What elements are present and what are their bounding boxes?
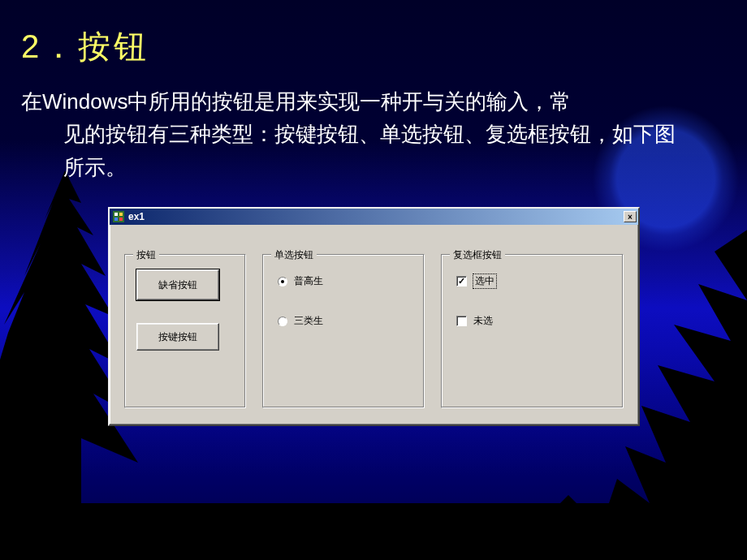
checkbox-option-1[interactable]: 选中 bbox=[456, 274, 608, 288]
app-icon bbox=[112, 210, 125, 223]
example-window: ex1 × 按钮 缺省按钮 按键按钮 单选按钮 普高生 bbox=[108, 207, 640, 426]
radio-icon bbox=[278, 277, 287, 286]
window-title-text: ex1 bbox=[128, 211, 145, 222]
close-icon: × bbox=[628, 213, 633, 222]
svg-rect-3 bbox=[114, 218, 118, 221]
paragraph-line1: 在Windows中所用的按钮是用来实现一种开与关的输入，常 bbox=[21, 89, 571, 114]
window-client-area: 按钮 缺省按钮 按键按钮 单选按钮 普高生 三类生 bbox=[110, 225, 638, 423]
groupbox-checkbox: 复选框按钮 选中 未选 bbox=[441, 254, 624, 408]
window-titlebar[interactable]: ex1 × bbox=[110, 209, 638, 225]
push-button-label: 按键按钮 bbox=[158, 330, 197, 344]
radio-option-1[interactable]: 普高生 bbox=[278, 274, 409, 288]
default-button-label: 缺省按钮 bbox=[158, 278, 197, 292]
default-button[interactable]: 缺省按钮 bbox=[136, 269, 219, 300]
groupbox-radio: 单选按钮 普高生 三类生 bbox=[262, 254, 425, 408]
close-button[interactable]: × bbox=[624, 211, 637, 222]
paragraph-line2: 见的按钮有三种类型：按键按钮、单选按钮、复选框按钮，如下图所示。 bbox=[21, 118, 687, 183]
groupbox-checkbox-legend: 复选框按钮 bbox=[450, 248, 505, 262]
radio-option-2[interactable]: 三类生 bbox=[278, 314, 409, 328]
groupbox-buttons-legend: 按钮 bbox=[133, 248, 159, 262]
svg-rect-1 bbox=[114, 213, 118, 216]
slide-paragraph: 在Windows中所用的按钮是用来实现一种开与关的输入，常 见的按钮有三种类型：… bbox=[21, 85, 687, 183]
groupbox-radio-legend: 单选按钮 bbox=[271, 248, 317, 262]
slide-title: 2．按钮 bbox=[21, 24, 726, 69]
radio-label: 三类生 bbox=[294, 314, 323, 328]
push-button[interactable]: 按键按钮 bbox=[136, 323, 219, 351]
radio-icon bbox=[278, 317, 287, 326]
checkbox-icon bbox=[456, 276, 467, 286]
svg-rect-2 bbox=[119, 213, 123, 216]
groupbox-buttons: 按钮 缺省按钮 按键按钮 bbox=[124, 254, 246, 408]
slide-content: 2．按钮 在Windows中所用的按钮是用来实现一种开与关的输入，常 见的按钮有… bbox=[0, 0, 747, 208]
svg-rect-4 bbox=[119, 218, 123, 221]
checkbox-icon bbox=[456, 316, 467, 326]
checkbox-label: 选中 bbox=[473, 274, 496, 288]
checkbox-label: 未选 bbox=[473, 314, 493, 328]
radio-label: 普高生 bbox=[294, 274, 323, 288]
checkbox-option-2[interactable]: 未选 bbox=[456, 314, 608, 328]
